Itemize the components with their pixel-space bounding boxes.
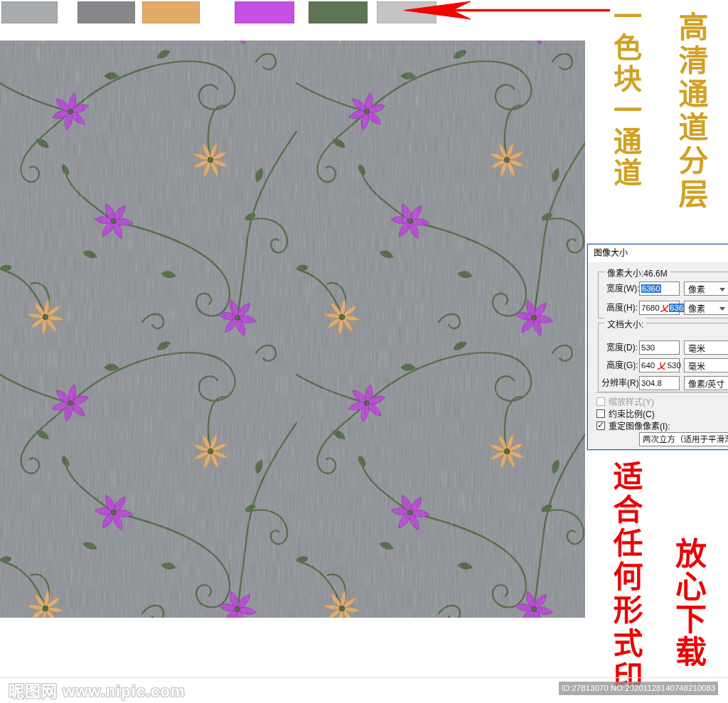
color-swatch-3 (142, 1, 200, 23)
doc-height-value: 530 (668, 361, 681, 370)
doc-width-unit-select[interactable]: 毫米 (684, 340, 728, 355)
slogan-hd-channel-layers: 高清通道分层 (669, 11, 712, 212)
doc-height-old-value: 640 (641, 361, 655, 370)
pixel-size-legend: 像素大小:46.6M (604, 267, 670, 279)
doc-width-input[interactable]: 530 (639, 340, 680, 355)
constrain-proportions-checkbox[interactable]: 约束比例(C) (596, 408, 655, 419)
doc-height-input[interactable]: 640乂530 (639, 358, 680, 372)
checkbox-icon (596, 422, 605, 430)
chevron-down-icon (719, 307, 725, 311)
wallpaper-pattern-image (0, 41, 585, 618)
resolution-label: 分辨率(R): (601, 376, 641, 390)
color-swatch-4 (235, 1, 294, 23)
left-arrow-icon (398, 0, 619, 23)
resolution-value: 304.8 (641, 379, 662, 387)
pixel-height-input[interactable]: 7680乂6360 (639, 301, 680, 315)
slogan-one-color-one-channel: 一色块一通道 (605, 1, 646, 189)
resample-image-checkbox[interactable]: 重定图像像素(I): (596, 420, 670, 431)
pixel-height-old-value: 7680 (641, 304, 660, 312)
pixel-width-unit-select[interactable]: 像素 (684, 281, 728, 296)
resample-method-select[interactable]: 两次立方（适用于平滑渐变 (639, 432, 728, 446)
slogan-download-with-confidence: 放心下载 (665, 537, 711, 668)
watermark-site-name: 昵图网 (9, 682, 58, 700)
document-size-legend: 文档大小: (604, 318, 646, 330)
nipic-watermark: 昵图网 www.nipic.com (9, 678, 185, 701)
pixel-width-value: 6360 (641, 284, 661, 293)
image-size-dialog: 图像大小 像素大小:46.6M 宽度(W): 6360 像素 高度(H): 76… (587, 244, 728, 450)
color-swatch-2 (77, 1, 135, 23)
image-id-badge: ID:27813070 NO:20201128140748210083 (559, 682, 718, 695)
watermark-url: www.nipic.com (63, 682, 185, 700)
color-swatch-5 (309, 1, 368, 23)
strike-mark-icon: 乂 (657, 360, 665, 371)
resolution-input[interactable]: 304.8 (639, 376, 680, 390)
resolution-unit-select[interactable]: 像素/英寸 (684, 376, 728, 390)
doc-width-value: 530 (641, 343, 655, 352)
divider (594, 392, 728, 393)
checkbox-icon (596, 397, 605, 406)
pixel-height-unit-select[interactable]: 像素 (684, 301, 728, 315)
doc-height-label: 高度(G): (606, 358, 638, 372)
page: { "swatches": { "colors": ["#a9acaf", "#… (0, 0, 728, 703)
chevron-down-icon (719, 288, 725, 291)
slogan-fits-any-print-form: 适合任何形式印 (604, 461, 647, 694)
doc-height-unit-select[interactable]: 毫米 (684, 358, 728, 372)
scale-styles-checkbox[interactable]: 缩放样式(Y) (596, 396, 654, 407)
pixel-width-label: 宽度(W): (606, 281, 640, 296)
doc-width-label: 宽度(D): (606, 340, 638, 355)
strike-mark-icon: 乂 (660, 302, 669, 313)
color-swatch-1 (1, 1, 58, 23)
pixel-width-input[interactable]: 6360 (639, 281, 680, 296)
dialog-title: 图像大小 (588, 245, 728, 262)
pixel-height-label: 高度(H): (606, 301, 638, 315)
checkbox-icon (596, 409, 605, 418)
